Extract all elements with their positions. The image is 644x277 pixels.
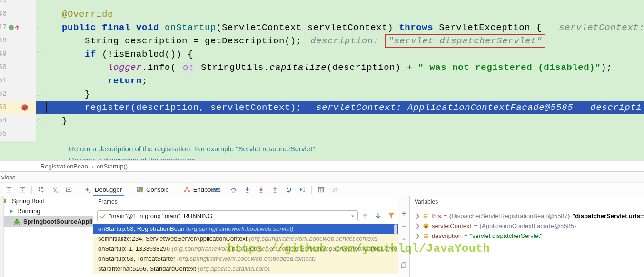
plus-icon[interactable] <box>399 208 409 218</box>
inline-debugger-hint: servletContext: ApplicationContextFacade… <box>316 102 642 113</box>
override-up-icon[interactable] <box>14 24 20 31</box>
gutter[interactable]: 47 <box>0 21 36 34</box>
step-out-icon[interactable] <box>270 185 279 194</box>
step-over-icon[interactable] <box>228 185 238 194</box>
chevron-down-icon[interactable] <box>350 213 356 219</box>
code-line-52[interactable]: 52 } <box>0 88 644 101</box>
frames-toolbar <box>360 211 396 220</box>
gutter[interactable]: 50 <box>0 61 36 74</box>
ide-window: Return a description of the registration… <box>0 0 644 277</box>
code-editor[interactable]: Return a description of the registration… <box>0 0 644 160</box>
new-frame-icon[interactable] <box>64 185 73 194</box>
run-to-cursor-icon[interactable] <box>297 185 307 194</box>
code-line-53[interactable]: 53 register(description, servletContext)… <box>0 101 644 114</box>
funnel-orange-icon[interactable] <box>386 211 396 220</box>
gutter[interactable]: 51 <box>0 74 36 88</box>
up-gray-icon[interactable] <box>360 211 369 220</box>
breadcrumb-item[interactable]: RegistrationBean <box>40 163 88 170</box>
code-line-47[interactable]: 47 public final void onStartup(ServletCo… <box>0 21 644 34</box>
minus-icon[interactable] <box>399 221 409 231</box>
collapse-all-icon[interactable] <box>18 185 27 194</box>
separator <box>78 186 78 194</box>
code-text: } <box>45 114 68 128</box>
fold-marker[interactable] <box>36 51 41 57</box>
frame-row[interactable]: startInternal:5166, StandardContext (org… <box>93 264 398 274</box>
breadcrumb-item[interactable]: onStartup() <box>97 163 128 170</box>
gutter[interactable]: 54 <box>0 114 36 128</box>
frame-location: onStartup:53, RegistrationBean <box>98 225 186 232</box>
code-line-50[interactable]: 50 logger.info( o: StringUtils.capitaliz… <box>0 61 644 74</box>
variable-type-ref: {ApplicationContextFacade@5585} <box>480 222 576 229</box>
variables-list: ❯this = {DispatcherServletRegistrationBe… <box>410 211 644 241</box>
frame-row[interactable]: selfInitialize:234, ServletWebServerAppl… <box>93 234 398 244</box>
expand-chevron-icon[interactable]: ❯ <box>416 223 420 229</box>
frame-location: selfInitialize:234, ServletWebServerAppl… <box>98 235 249 242</box>
gutter[interactable]: 53 <box>0 101 36 114</box>
tri-down-icon[interactable] <box>399 247 409 257</box>
inline-debugger-hint: servletContext: <box>559 22 644 33</box>
code-line-51[interactable]: 51 return; <box>0 74 644 88</box>
gutter[interactable]: 48 <box>0 34 36 48</box>
variable-name: description <box>432 232 462 239</box>
menu-icon[interactable] <box>210 185 219 194</box>
tree-item-springbootsourceappli[interactable]: SpringbootSourceAppli <box>4 216 93 227</box>
variable-row-servletContext[interactable]: ❯pservletContext = {ApplicationContextFa… <box>410 221 644 231</box>
add-icon[interactable] <box>82 185 92 194</box>
code-text: } <box>45 88 90 101</box>
filter-icon[interactable] <box>50 185 59 194</box>
group-by-icon[interactable] <box>36 185 46 194</box>
variable-type-ref: {DispatcherServletRegistrationBean@5587} <box>449 212 570 219</box>
expand-all-icon[interactable] <box>4 185 13 194</box>
fold-marker[interactable] <box>36 91 41 97</box>
line-number: 52 <box>0 88 7 101</box>
down-blue-icon[interactable] <box>373 211 383 220</box>
tab-console[interactable]: Console <box>135 183 170 196</box>
code-line-45[interactable]: 45 <box>0 0 644 8</box>
inline-debugger-hint: description: "servlet dispatcherServlet" <box>310 36 545 46</box>
frame-row[interactable]: onStartup:-1, 1333938290 (org.springfram… <box>93 244 398 254</box>
step-into-icon[interactable] <box>242 185 252 194</box>
frame-row[interactable]: onStartup:53, TomcatStarter (org.springf… <box>93 254 398 264</box>
tree-item-spring-boot[interactable]: Spring Boot <box>4 196 93 206</box>
frame-row[interactable]: onStartup:53, RegistrationBean (org.spri… <box>93 224 398 234</box>
expand-chevron-icon[interactable]: ❯ <box>416 233 420 239</box>
frame-location: startInternal:5166, StandardContext <box>98 265 198 272</box>
equals-sign: = <box>443 212 447 219</box>
code-line-55[interactable]: 55 <box>0 128 644 141</box>
highlighted-hint-value: "servlet dispatcherServlet" <box>385 34 545 48</box>
gutter[interactable]: 55 <box>0 128 36 141</box>
breakpoint-icon[interactable] <box>21 104 29 111</box>
evaluate-icon[interactable] <box>316 185 326 194</box>
frame-package: (org.apache.catalina.core) <box>198 265 270 272</box>
expand-chevron-icon[interactable]: ❯ <box>416 213 420 219</box>
force-step-into-icon[interactable] <box>256 185 266 194</box>
code-line-49[interactable]: 49 if (!isEnabled()) { <box>0 48 644 61</box>
line-number: 55 <box>0 128 7 141</box>
drop-frame-icon[interactable] <box>284 185 293 194</box>
variable-row-description[interactable]: ❯description = "servlet dispatcherServle… <box>410 231 644 241</box>
gutter[interactable]: 45 <box>0 0 36 8</box>
fold-marker[interactable] <box>36 118 41 123</box>
trace-icon[interactable] <box>330 185 339 194</box>
value-icon <box>422 213 429 219</box>
gutter[interactable]: 52 <box>0 88 36 101</box>
services-tree[interactable]: Spring BootRunningSpringbootSourceAppli <box>4 196 93 277</box>
variable-row-this[interactable]: ❯this = {DispatcherServletRegistrationBe… <box>410 211 644 221</box>
rendered-javadoc: Return a description of the registration… <box>69 143 315 160</box>
duplicate-icon[interactable] <box>399 260 409 269</box>
code-line-46[interactable]: 46 @Override <box>0 8 644 21</box>
frame-package: (org.springframework.boot.web.servlet.co… <box>249 235 378 242</box>
gutter[interactable]: 46 <box>0 8 36 21</box>
tree-item-running[interactable]: Running <box>4 206 93 216</box>
code-line-48[interactable]: 48 String description = getDescription()… <box>0 34 644 48</box>
tab-debugger[interactable]: Debugger <box>94 183 123 196</box>
separator <box>31 186 32 194</box>
fold-marker[interactable] <box>36 25 41 30</box>
gutter[interactable]: 49 <box>0 48 36 61</box>
equals-sign: = <box>474 222 477 229</box>
thread-selector[interactable]: "main"@1 in group "main": RUNNING <box>97 210 358 221</box>
endpoints-icon <box>183 186 191 193</box>
tri-up-icon[interactable] <box>399 234 409 244</box>
code-line-54[interactable]: 54 } <box>0 114 644 128</box>
scrollbar-thumb[interactable] <box>394 224 397 235</box>
